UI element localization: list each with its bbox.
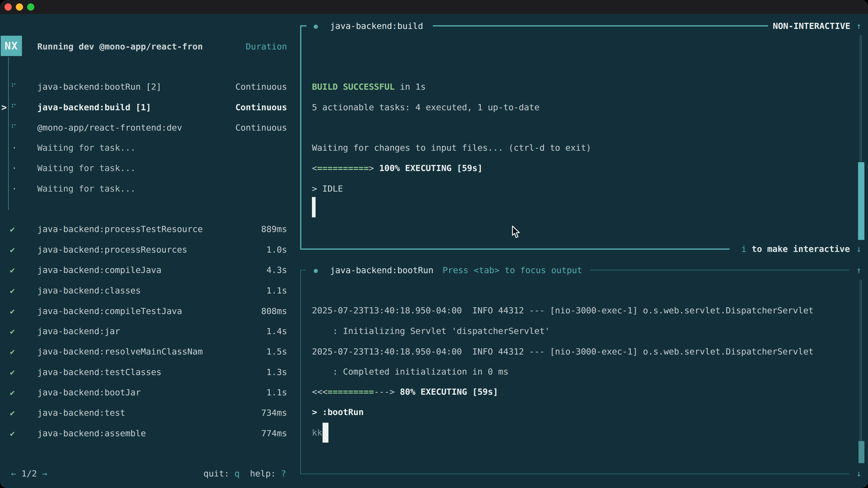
progress-bar-fill: ========== (317, 163, 369, 173)
task-bullet-icon: ● (314, 260, 318, 281)
tasks-summary-line: 5 actionable tasks: 4 executed, 1 up-to-… (312, 97, 539, 118)
sidebar-task-waiting: Waiting for task... (37, 178, 135, 199)
progress-close-bracket: > (369, 163, 374, 173)
build-pane-border-stub (300, 25, 307, 26)
terminal-cursor (312, 197, 315, 217)
quit-key: q (235, 468, 240, 479)
sidebar-task-waiting: Waiting for task... (37, 137, 135, 158)
task-duration: 1.1s (213, 280, 287, 301)
task-duration: 734ms (213, 402, 287, 423)
scroll-down-arrow-icon[interactable]: ↓ (856, 238, 862, 259)
task-status: Continuous (213, 76, 287, 97)
idle-line: > IDLE (312, 178, 343, 199)
check-icon: ✔ (10, 260, 15, 281)
scroll-down-arrow-icon[interactable]: ↓ (856, 463, 862, 484)
window-titlebar (0, 0, 868, 14)
task-status: Continuous (213, 117, 287, 138)
build-time: in 1s (395, 82, 426, 92)
bootrun-pane-bottom-border (300, 474, 849, 474)
progress-status-label: 100% EXECUTING [59s] (374, 163, 483, 173)
terminal-cursor (322, 423, 329, 443)
gradle-progress-line: <<<=========---> 80% EXECUTING [59s] (312, 381, 498, 402)
next-page-arrow-icon[interactable]: → (42, 468, 47, 479)
build-pane-title: java-backend:build (330, 15, 423, 36)
build-pane-scroll-thumb[interactable] (858, 162, 864, 240)
task-duration: 4.3s (213, 260, 287, 281)
waiting-for-changes-line: Waiting for changes to input files... (c… (312, 137, 591, 158)
check-icon: ✔ (10, 301, 15, 322)
task-status: Continuous (213, 97, 287, 118)
quit-label: quit: (204, 468, 235, 479)
task-duration: 1.0s (213, 239, 287, 260)
gradle-progress-line: <==========> 100% EXECUTING [59s] (312, 158, 483, 178)
check-icon: ✔ (10, 239, 15, 260)
interactive-hint: i to make interactive (678, 238, 850, 259)
close-button-icon[interactable] (4, 3, 12, 11)
check-icon: ✔ (10, 423, 15, 444)
progress-bar-remaining: --- (374, 387, 390, 397)
log-line: 2025-07-23T13:40:18.950-04:00 INFO 44312… (312, 300, 813, 321)
selection-arrow-icon: > (1, 97, 7, 118)
task-duration: 808ms (213, 301, 287, 322)
build-result-line: BUILD SUCCESSFUL in 1s (312, 76, 426, 97)
check-icon: ✔ (10, 341, 15, 362)
sidebar-task-completed[interactable]: java-backend:jar (37, 321, 120, 341)
sidebar-task-completed[interactable]: java-backend:bootJar (37, 382, 141, 403)
sidebar-task-completed[interactable]: java-backend:testClasses (37, 362, 161, 383)
sidebar-task-completed[interactable]: java-backend:compileTestJava (37, 301, 182, 322)
task-duration: 1.5s (213, 341, 287, 362)
bootrun-prompt-line: > :bootRun (312, 402, 364, 422)
progress-bar-fill: ========= (328, 387, 374, 397)
sidebar-task-frontend-dev[interactable]: @mono-app/react-frontend:dev (37, 117, 182, 138)
build-pane-left-border (300, 25, 301, 250)
typed-input-text[interactable]: kk (312, 422, 322, 443)
check-icon: ✔ (10, 382, 15, 403)
build-pane-scroll-track[interactable] (860, 35, 862, 162)
bootrun-pane-title: java-backend:bootRun (330, 260, 434, 281)
progress-close-bracket: > (390, 387, 395, 397)
mouse-cursor-icon (511, 225, 521, 238)
check-icon: ✔ (10, 362, 15, 383)
sidebar-task-bootrun[interactable]: java-backend:bootRun [2] (37, 76, 161, 97)
task-tree-line (8, 57, 9, 210)
scroll-up-arrow-icon[interactable]: ↑ (856, 260, 862, 281)
sidebar-task-completed[interactable]: java-backend:test (37, 402, 125, 423)
pending-dot-icon: · (12, 178, 17, 199)
zoom-button-icon[interactable] (27, 3, 34, 11)
minimize-button-icon[interactable] (16, 3, 23, 11)
task-duration: 1.4s (213, 321, 287, 341)
interactive-hint-text: to make interactive (746, 244, 850, 254)
sidebar-task-completed[interactable]: java-backend:classes (37, 280, 141, 301)
bootrun-pane-top-border (590, 270, 849, 270)
log-line: : Completed initialization in 0 ms (312, 361, 508, 382)
build-pane-bottom-border (300, 249, 730, 250)
sidebar-task-completed[interactable]: java-backend:assemble (37, 423, 146, 444)
bootrun-pane-left-border (300, 270, 301, 474)
scroll-up-arrow-icon[interactable]: ↑ (856, 15, 862, 36)
sidebar-task-completed[interactable]: java-backend:resolveMainClassNam (37, 341, 203, 362)
task-duration: 1.1s (213, 382, 287, 403)
prev-page-arrow-icon[interactable]: ← (11, 468, 16, 479)
sidebar-task-completed[interactable]: java-backend:compileJava (37, 260, 161, 281)
task-duration: 774ms (213, 423, 287, 444)
interactive-hint-key: i (741, 244, 747, 254)
build-successful-label: BUILD SUCCESSFUL (312, 82, 395, 92)
nx-logo: NX (1, 36, 22, 56)
bootrun-pane-scroll-thumb[interactable] (859, 441, 864, 463)
bootrun-pane-border-stub (300, 270, 306, 270)
spinner-icon: ⠋ (11, 76, 17, 97)
bootrun-pane-scroll-track[interactable] (860, 280, 862, 441)
log-line: : Initializing Servlet 'dispatcherServle… (312, 321, 550, 341)
sidebar-task-completed[interactable]: java-backend:processTestResource (37, 219, 203, 239)
sidebar-header-title: Running dev @mono-app/react-fron (37, 36, 203, 57)
log-line: 2025-07-23T13:40:18.950-04:00 INFO 44312… (312, 341, 813, 362)
spinner-icon: ⠋ (11, 117, 17, 138)
sidebar-task-completed[interactable]: java-backend:processResources (37, 239, 187, 260)
progress-open-bracket: < (312, 163, 317, 173)
spinner-icon: ⠋ (11, 97, 17, 118)
pagination[interactable]: ← 1/2 → (11, 463, 47, 484)
duration-column-header: Duration (213, 36, 287, 57)
progress-open-bracket: <<< (312, 387, 328, 397)
task-duration: 889ms (213, 219, 287, 239)
sidebar-task-build-selected[interactable]: java-backend:build [1] (37, 97, 151, 118)
